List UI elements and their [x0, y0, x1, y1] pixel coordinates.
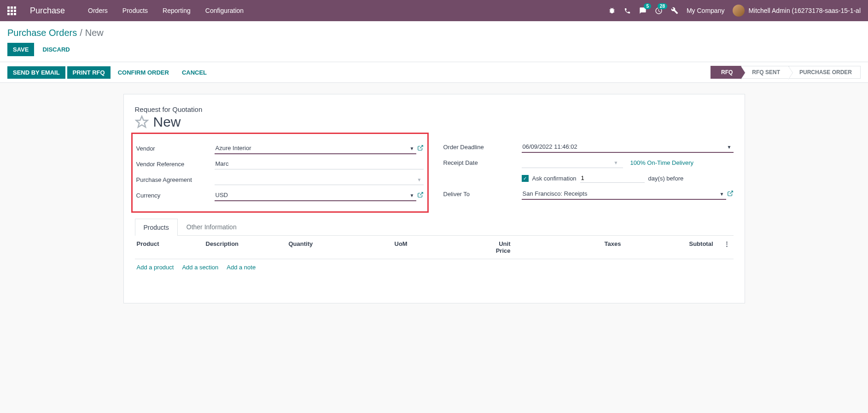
- external-link-icon[interactable]: [417, 145, 424, 152]
- tab-other-information[interactable]: Other Information: [178, 218, 245, 235]
- tab-products[interactable]: Products: [135, 219, 178, 236]
- column-product: Product: [137, 240, 206, 254]
- status-rfq[interactable]: RFQ: [711, 66, 741, 79]
- nav-orders[interactable]: Orders: [88, 7, 108, 14]
- vendor-field[interactable]: [215, 143, 416, 154]
- confirm-order-button[interactable]: CONFIRM ORDER: [112, 66, 175, 79]
- form-subtitle: Request for Quotation: [135, 105, 734, 113]
- nav-products[interactable]: Products: [122, 7, 148, 14]
- external-link-icon[interactable]: [417, 192, 424, 199]
- add-section-link[interactable]: Add a section: [182, 264, 218, 271]
- order-deadline-field[interactable]: [522, 141, 734, 153]
- app-title[interactable]: Purchase: [30, 6, 65, 16]
- status-purchase-order[interactable]: PURCHASE ORDER: [789, 66, 861, 79]
- svg-line-2: [419, 192, 422, 195]
- save-button[interactable]: SAVE: [7, 43, 34, 56]
- caret-down-icon[interactable]: ▼: [410, 193, 414, 198]
- breadcrumb: Purchase Orders / New: [0, 21, 868, 43]
- column-taxes: Taxes: [529, 240, 621, 254]
- status-rfq-sent[interactable]: RFQ SENT: [741, 66, 789, 79]
- column-quantity: Quantity: [289, 240, 395, 254]
- deliver-to-field[interactable]: [522, 188, 726, 200]
- user-name: Mitchell Admin (16273178-saas-15-1-al: [748, 7, 861, 14]
- avatar: [733, 5, 745, 17]
- currency-field[interactable]: [215, 190, 416, 201]
- activities-badge: 28: [658, 3, 667, 9]
- svg-line-3: [729, 191, 732, 193]
- receipt-date-label: Receipt Date: [443, 159, 522, 166]
- messages-badge: 5: [644, 3, 651, 9]
- star-icon[interactable]: [135, 115, 149, 129]
- confirmation-days-field[interactable]: [580, 174, 645, 183]
- cancel-button[interactable]: CANCEL: [176, 66, 212, 79]
- column-uom: UoM: [395, 240, 487, 254]
- purchase-agreement-field[interactable]: [215, 174, 424, 185]
- column-description: Description: [206, 240, 289, 254]
- ask-confirmation-checkbox[interactable]: ✓: [522, 175, 529, 182]
- messages-icon[interactable]: 5: [639, 7, 647, 14]
- receipt-date-field[interactable]: [522, 157, 623, 168]
- caret-down-icon[interactable]: ▼: [614, 160, 618, 165]
- bug-icon[interactable]: [608, 7, 616, 14]
- external-link-icon[interactable]: [727, 190, 734, 198]
- caret-down-icon[interactable]: ▼: [720, 192, 724, 197]
- user-menu[interactable]: Mitchell Admin (16273178-saas-15-1-al: [733, 5, 861, 17]
- ask-confirmation-label: Ask confirmation: [532, 175, 577, 182]
- order-deadline-label: Order Deadline: [443, 144, 522, 151]
- ontime-delivery-link[interactable]: 100% On-Time Delivery: [630, 159, 694, 166]
- caret-down-icon[interactable]: ▼: [727, 145, 732, 150]
- apps-icon[interactable]: [7, 6, 16, 15]
- vendor-ref-label: Vendor Reference: [136, 161, 215, 168]
- form-sheet: Request for Quotation New Vendor ▼: [123, 94, 745, 303]
- send-email-button[interactable]: SEND BY EMAIL: [7, 66, 65, 79]
- deliver-to-label: Deliver To: [443, 191, 522, 198]
- caret-down-icon[interactable]: ▼: [410, 146, 414, 151]
- column-menu-icon[interactable]: ⋮: [722, 240, 732, 254]
- phone-icon[interactable]: [624, 7, 631, 14]
- breadcrumb-parent[interactable]: Purchase Orders: [7, 28, 77, 38]
- highlighted-fields: Vendor ▼ Vendor Reference: [131, 133, 429, 213]
- page-title: New: [153, 114, 181, 130]
- nav-configuration[interactable]: Configuration: [205, 7, 244, 14]
- status-flow: RFQ RFQ SENT PURCHASE ORDER: [711, 66, 861, 79]
- column-unit-price: Unit Price: [487, 240, 529, 254]
- svg-marker-0: [136, 116, 147, 128]
- vendor-ref-field[interactable]: [215, 158, 424, 169]
- discard-button[interactable]: DISCARD: [42, 46, 70, 53]
- breadcrumb-current: New: [85, 28, 104, 38]
- column-subtotal: Subtotal: [621, 240, 722, 254]
- currency-label: Currency: [136, 192, 215, 199]
- tools-icon[interactable]: [671, 7, 678, 14]
- vendor-label: Vendor: [136, 145, 215, 152]
- breadcrumb-sep: /: [80, 28, 82, 38]
- table-header: Product Description Quantity UoM Unit Pr…: [135, 236, 734, 259]
- add-product-link[interactable]: Add a product: [137, 264, 174, 271]
- nav-reporting[interactable]: Reporting: [163, 7, 191, 14]
- purchase-agreement-label: Purchase Agreement: [136, 176, 215, 183]
- svg-line-1: [419, 145, 422, 148]
- top-navbar: Purchase Orders Products Reporting Confi…: [0, 0, 868, 21]
- days-before-label: day(s) before: [648, 175, 684, 182]
- activities-icon[interactable]: 28: [655, 7, 663, 15]
- caret-down-icon[interactable]: ▼: [417, 177, 422, 182]
- company-selector[interactable]: My Company: [687, 7, 724, 14]
- print-rfq-button[interactable]: PRINT RFQ: [67, 66, 111, 79]
- add-note-link[interactable]: Add a note: [227, 264, 256, 271]
